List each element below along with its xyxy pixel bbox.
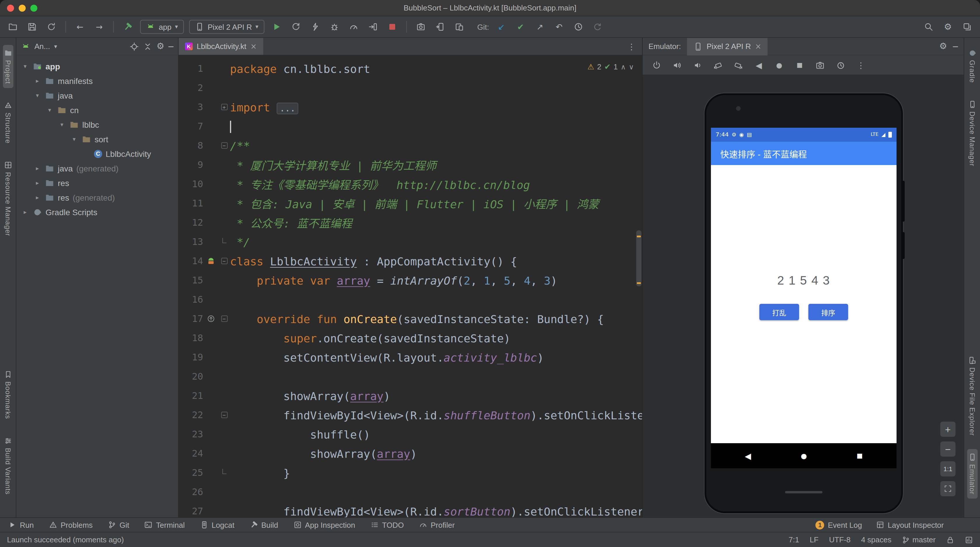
fold-collapse-icon[interactable]: −	[221, 258, 228, 264]
fold-marker[interactable]: −	[218, 316, 230, 322]
line-number[interactable]: 9	[178, 159, 203, 170]
run-class-icon[interactable]	[203, 257, 218, 265]
rotate-left-button[interactable]	[711, 59, 724, 71]
minimize-window-button[interactable]	[19, 5, 26, 12]
app-module-selector[interactable]: app ▾	[140, 20, 184, 34]
code-line[interactable]: 7	[178, 117, 642, 136]
nav-overview-icon[interactable]: ■	[857, 452, 863, 459]
forward-button[interactable]: →	[92, 20, 106, 34]
zoom-out-button[interactable]: −	[940, 441, 956, 457]
line-number[interactable]: 21	[178, 390, 203, 401]
chevron-down-icon[interactable]: ▾	[54, 43, 57, 49]
apply-changes-button[interactable]	[289, 20, 303, 34]
code-line[interactable]: 27 findViewById<View>(R.id.sortButton).s…	[178, 501, 642, 517]
rotate-right-button[interactable]	[732, 59, 745, 71]
nav-home-icon[interactable]: ●	[801, 452, 807, 459]
line-number[interactable]: 23	[178, 429, 203, 440]
zoom-window-button[interactable]	[30, 5, 37, 12]
power-button[interactable]	[650, 59, 663, 71]
chevron-down-icon[interactable]: ▾	[58, 121, 66, 128]
code-line[interactable]: 19 setContentView(R.layout.activity_lblb…	[178, 347, 642, 367]
volume-up-button[interactable]	[671, 59, 684, 71]
tool-stripe-device-file-explorer[interactable]: Device File Explorer	[967, 352, 977, 440]
tool-stripe-bookmarks[interactable]: Bookmarks	[3, 366, 13, 423]
chevron-right-icon[interactable]: ▸	[33, 165, 41, 171]
line-number[interactable]: 27	[178, 506, 203, 517]
git-rollback-button[interactable]	[591, 20, 605, 34]
code-line[interactable]: 25 }	[178, 463, 642, 482]
debug-button[interactable]	[327, 20, 341, 34]
device-manager-button[interactable]	[452, 20, 466, 34]
line-number[interactable]: 11	[178, 198, 203, 209]
chevron-right-icon[interactable]: ▸	[33, 194, 41, 201]
code-line[interactable]: 15 private var array = intArrayOf(2, 1, …	[178, 271, 642, 290]
close-tab-icon[interactable]: ×	[250, 42, 257, 51]
git-history-button[interactable]	[571, 20, 585, 34]
code-line[interactable]: 10 * 专注《零基础学编程系列》 http://lblbc.cn/blog	[178, 174, 642, 193]
editor-tab-lblbcactivity[interactable]: K LblbcActivity.kt ×	[178, 38, 263, 55]
warning-stripe-mark[interactable]	[637, 282, 641, 284]
line-number[interactable]: 16	[178, 294, 203, 305]
code-line[interactable]: 14−class LblbcActivity : AppCompatActivi…	[178, 251, 642, 271]
git-revert-button[interactable]: ↶	[552, 20, 566, 34]
code-line[interactable]: 13 */	[178, 232, 642, 251]
chevron-down-icon[interactable]: ▾	[21, 63, 29, 70]
line-number[interactable]: 13	[178, 236, 203, 247]
device-selector[interactable]: Pixel 2 API R ▾	[189, 20, 264, 34]
build-project-button[interactable]	[121, 20, 135, 34]
attach-button[interactable]	[366, 20, 380, 34]
memory-indicator-icon[interactable]	[965, 536, 973, 544]
line-number[interactable]: 12	[178, 217, 203, 228]
tab-options-icon[interactable]: ⋮	[627, 42, 636, 51]
screenshot-button[interactable]	[414, 20, 428, 34]
tool-stripe-device-manager[interactable]: Device Manager	[967, 96, 977, 171]
nav-back-icon[interactable]: ◀	[745, 452, 751, 460]
line-number[interactable]: 19	[178, 352, 203, 363]
tool-stripe-resource-manager[interactable]: Resource Manager	[3, 157, 13, 240]
toolwindow-button-todo[interactable]: TODO	[370, 520, 404, 529]
override-icon[interactable]	[203, 314, 218, 323]
inspections-widget[interactable]: ⚠ 2 ✔ 1 ∧ ∨	[587, 62, 634, 71]
fold-marker[interactable]: +	[218, 104, 230, 110]
code-line[interactable]: 17− override fun onCreate(savedInstanceS…	[178, 309, 642, 328]
tree-item-java-generated[interactable]: ▸java (generated)	[16, 161, 178, 176]
tree-item-lblbcactivity[interactable]: CLblbcActivity	[16, 146, 178, 161]
code-line[interactable]: 18 super.onCreate(savedInstanceState)	[178, 328, 642, 347]
fold-collapse-icon[interactable]: −	[221, 412, 228, 418]
back-button[interactable]: ←	[73, 20, 87, 34]
toolwindow-button-git[interactable]: Git	[108, 520, 129, 529]
line-separator-widget[interactable]: LF	[810, 535, 818, 544]
tree-item-sort[interactable]: ▾sort	[16, 132, 178, 146]
tool-stripe-project[interactable]: Project	[3, 45, 13, 88]
sync-button[interactable]	[45, 20, 58, 34]
tool-stripe-build-variants[interactable]: Build Variants	[3, 433, 13, 499]
gear-icon[interactable]: ⚙	[939, 42, 947, 51]
line-number[interactable]: 24	[178, 448, 203, 459]
lock-icon[interactable]	[946, 536, 954, 544]
fold-collapse-icon[interactable]: −	[221, 316, 228, 322]
toolwindow-button-layout-inspector[interactable]: Layout Inspector	[876, 520, 944, 529]
camera-button[interactable]	[814, 59, 826, 71]
tree-item-app[interactable]: ▾app	[16, 59, 178, 73]
nav-back-button[interactable]: ◀	[752, 59, 765, 71]
gear-icon[interactable]: ⚙	[156, 42, 164, 51]
tree-item-lblbc[interactable]: ▾lblbc	[16, 117, 178, 132]
line-number[interactable]: 14	[178, 255, 203, 266]
emulator-tab-pixel2[interactable]: Pixel 2 API R ×	[687, 38, 768, 55]
tool-stripe-emulator[interactable]: Emulator	[967, 449, 977, 499]
chevron-down-icon[interactable]: ▾	[33, 92, 41, 98]
zoom-in-button[interactable]: +	[940, 422, 956, 437]
code-line[interactable]: 26	[178, 482, 642, 501]
volume-down-button[interactable]	[691, 59, 704, 71]
save-button[interactable]	[25, 20, 39, 34]
profiler-button[interactable]	[347, 20, 360, 34]
project-view-selector[interactable]: An...	[35, 42, 50, 51]
toolwindow-button-app-inspection[interactable]: App Inspection	[293, 520, 355, 529]
code-line[interactable]: 1package cn.lblbc.sort	[178, 59, 642, 78]
locate-file-icon[interactable]	[130, 42, 139, 51]
toolwindow-button-problems[interactable]: Problems	[49, 520, 93, 529]
code-line[interactable]: 9 * 厦门大学计算机专业 | 前华为工程师	[178, 155, 642, 174]
line-number[interactable]: 17	[178, 313, 203, 324]
line-number[interactable]: 2	[178, 82, 203, 93]
line-number[interactable]: 8	[178, 140, 203, 151]
